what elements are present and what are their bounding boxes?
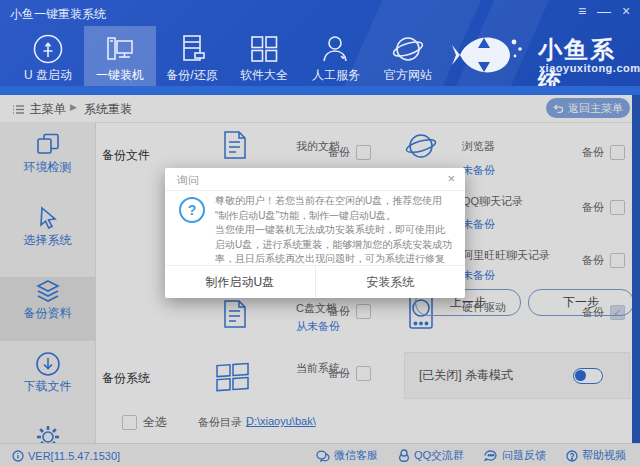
dialog-title-bar: 询问 × bbox=[165, 168, 465, 191]
app-header: 小鱼一键重装系统 ≡ — × U 盘启动 一键装机 备份/还原 bbox=[0, 0, 640, 95]
make-boot-usb-button[interactable]: 制作启动U盘 bbox=[165, 266, 315, 298]
window-menu-icon[interactable]: ≡ bbox=[572, 2, 592, 20]
nav-item-official-website[interactable]: 官方网站 bbox=[372, 26, 444, 86]
nav-item-customer-service[interactable]: 人工服务 bbox=[300, 26, 372, 86]
usb-icon bbox=[31, 32, 65, 66]
dialog-button-bar: 制作启动U盘 安装系统 bbox=[165, 265, 465, 298]
nav-bottom-strip bbox=[0, 86, 640, 95]
install-system-button[interactable]: 安装系统 bbox=[315, 266, 466, 298]
dialog-close-icon[interactable]: × bbox=[447, 171, 455, 186]
nav-item-software-collection[interactable]: 软件大全 bbox=[228, 26, 300, 86]
window-title: 小鱼一键重装系统 bbox=[10, 6, 106, 23]
app-window: 小鱼一键重装系统 ≡ — × U 盘启动 一键装机 备份/还原 bbox=[0, 0, 640, 466]
nav-item-one-key-install[interactable]: 一键装机 bbox=[84, 26, 156, 86]
grid-icon bbox=[247, 32, 281, 66]
question-mark-icon: ? bbox=[179, 197, 205, 223]
nav-item-backup-restore[interactable]: 备份/还原 bbox=[156, 26, 228, 86]
window-close-icon[interactable]: × bbox=[616, 2, 636, 20]
dialog-title: 询问 bbox=[177, 173, 199, 188]
dialog-message: 尊敬的用户！若您当前存在空闲的U盘，推荐您使用“制作启动U盘”功能，制作一键启动… bbox=[215, 194, 453, 267]
computer-icon bbox=[103, 32, 137, 66]
server-icon bbox=[175, 32, 209, 66]
fish-logo-icon bbox=[450, 32, 530, 78]
nav-item-usb-boot[interactable]: U 盘启动 bbox=[12, 26, 84, 86]
window-minimize-icon[interactable]: — bbox=[594, 2, 614, 20]
logo-domain: xiaoyuxitong.com bbox=[539, 62, 640, 74]
globe-icon bbox=[391, 32, 425, 66]
person-icon bbox=[319, 32, 353, 66]
inquiry-dialog: 询问 × ? 尊敬的用户！若您当前存在空闲的U盘，推荐您使用“制作启动U盘”功能… bbox=[165, 168, 465, 298]
